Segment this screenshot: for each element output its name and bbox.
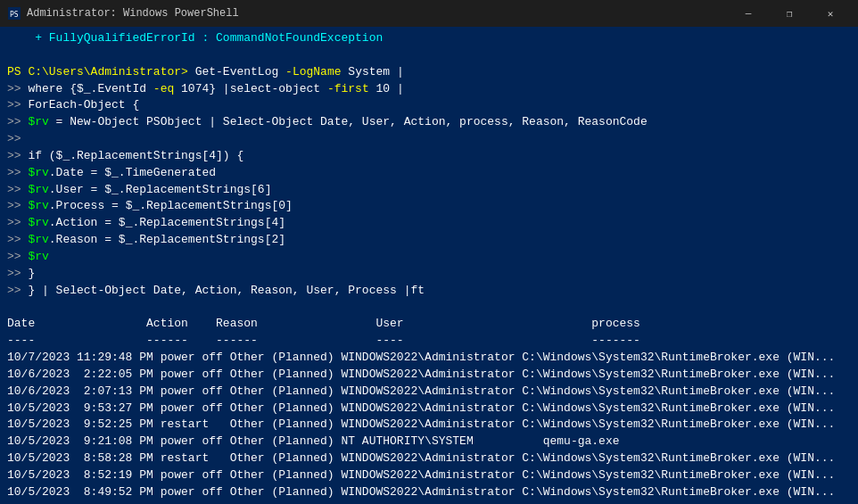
terminal-line: 10/5/2023 8:58:28 PM restart Other (Plan… xyxy=(7,450,851,467)
terminal-line: >> } xyxy=(7,266,851,283)
terminal-line: 10/7/2023 11:29:48 PM power off Other (P… xyxy=(7,350,851,367)
minimize-button[interactable]: — xyxy=(728,0,769,27)
terminal-line xyxy=(7,300,851,317)
terminal-line: 10/5/2023 9:53:27 PM power off Other (Pl… xyxy=(7,401,851,417)
terminal[interactable]: + FullyQualifiedErrorId : CommandNotFoun… xyxy=(0,27,858,504)
terminal-line: >> $rv = New-Object PSObject | Select-Ob… xyxy=(7,114,851,131)
terminal-line: 10/6/2023 2:22:05 PM power off Other (Pl… xyxy=(7,367,851,384)
title-bar-controls: — ❐ ✕ xyxy=(728,0,851,27)
terminal-line: 10/5/2023 8:52:19 PM power off Other (Pl… xyxy=(7,467,851,484)
terminal-line: 10/5/2023 9:52:25 PM restart Other (Plan… xyxy=(7,417,851,434)
terminal-line: 10/6/2023 2:07:13 PM power off Other (Pl… xyxy=(7,384,851,401)
close-button[interactable]: ✕ xyxy=(810,0,851,27)
terminal-line: + FullyQualifiedErrorId : CommandNotFoun… xyxy=(7,30,851,47)
title-bar-title: Administrator: Windows PowerShell xyxy=(27,7,728,20)
title-bar-icon: PS xyxy=(7,6,21,21)
terminal-line: Date Action Reason User process xyxy=(7,316,851,333)
terminal-line: 10/5/2023 8:49:52 PM power off Other (Pl… xyxy=(7,484,851,501)
svg-text:PS: PS xyxy=(10,11,19,19)
terminal-line: 10/5/2023 8:39:32 PM restart Application… xyxy=(7,501,851,504)
terminal-line: >> $rv.Date = $_.TimeGenerated xyxy=(7,165,851,182)
maximize-button[interactable]: ❐ xyxy=(769,0,810,27)
terminal-line: >> where {$_.EventId -eq 1074} |select-o… xyxy=(7,81,851,98)
terminal-line xyxy=(7,47,851,64)
terminal-line: >> $rv.Process = $_.ReplacementStrings[0… xyxy=(7,198,851,215)
terminal-line: >> if ($_.ReplacementStrings[4]) { xyxy=(7,148,851,165)
terminal-line: 10/5/2023 9:21:08 PM power off Other (Pl… xyxy=(7,434,851,450)
terminal-line: ---- ------ ------ ---- ------- xyxy=(7,333,851,350)
terminal-line: >> $rv.Reason = $_.ReplacementStrings[2] xyxy=(7,232,851,249)
terminal-line: >> ForEach-Object { xyxy=(7,97,851,114)
terminal-line: >> } | Select-Object Date, Action, Reaso… xyxy=(7,283,851,300)
terminal-line: PS C:\Users\Administrator> Get-EventLog … xyxy=(7,64,851,81)
terminal-line: >> xyxy=(7,131,851,148)
terminal-line: >> $rv xyxy=(7,249,851,266)
terminal-line: >> $rv.User = $_.ReplacementStrings[6] xyxy=(7,182,851,199)
terminal-line: >> $rv.Action = $_.ReplacementStrings[4] xyxy=(7,215,851,232)
title-bar: PS Administrator: Windows PowerShell — ❐… xyxy=(0,0,858,27)
